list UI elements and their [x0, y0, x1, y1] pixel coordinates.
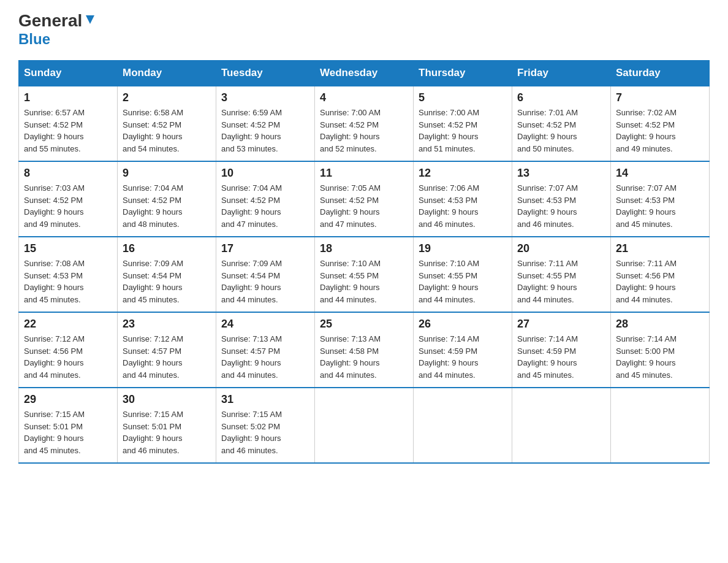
week-row-4: 22 Sunrise: 7:12 AM Sunset: 4:56 PM Dayl… [19, 312, 710, 388]
day-number: 22 [24, 318, 112, 331]
day-number: 14 [616, 167, 704, 180]
calendar-cell: 29 Sunrise: 7:15 AM Sunset: 5:01 PM Dayl… [19, 388, 118, 463]
day-number: 2 [123, 91, 211, 104]
calendar-cell: 22 Sunrise: 7:12 AM Sunset: 4:56 PM Dayl… [19, 312, 118, 388]
day-info: Sunrise: 7:10 AM Sunset: 4:55 PM Dayligh… [419, 258, 507, 305]
calendar-cell: 2 Sunrise: 6:58 AM Sunset: 4:52 PM Dayli… [118, 86, 216, 161]
day-number: 25 [320, 318, 408, 331]
day-info: Sunrise: 7:11 AM Sunset: 4:55 PM Dayligh… [517, 258, 605, 305]
calendar-cell: 11 Sunrise: 7:05 AM Sunset: 4:52 PM Dayl… [315, 161, 414, 237]
day-number: 8 [24, 167, 112, 180]
week-row-2: 8 Sunrise: 7:03 AM Sunset: 4:52 PM Dayli… [19, 161, 710, 237]
calendar-cell: 18 Sunrise: 7:10 AM Sunset: 4:55 PM Dayl… [315, 237, 414, 312]
calendar-cell: 3 Sunrise: 6:59 AM Sunset: 4:52 PM Dayli… [216, 86, 315, 161]
calendar-cell: 7 Sunrise: 7:02 AM Sunset: 4:52 PM Dayli… [611, 86, 710, 161]
day-info: Sunrise: 7:04 AM Sunset: 4:52 PM Dayligh… [221, 182, 309, 230]
day-number: 24 [221, 318, 309, 331]
day-number: 7 [616, 91, 704, 104]
calendar-cell: 1 Sunrise: 6:57 AM Sunset: 4:52 PM Dayli… [19, 86, 118, 161]
day-info: Sunrise: 7:11 AM Sunset: 4:56 PM Dayligh… [616, 258, 704, 305]
calendar-cell: 12 Sunrise: 7:06 AM Sunset: 4:53 PM Dayl… [414, 161, 512, 237]
day-info: Sunrise: 7:06 AM Sunset: 4:53 PM Dayligh… [419, 182, 507, 230]
calendar-cell: 9 Sunrise: 7:04 AM Sunset: 4:52 PM Dayli… [118, 161, 216, 237]
calendar-cell: 16 Sunrise: 7:09 AM Sunset: 4:54 PM Dayl… [118, 237, 216, 312]
day-number: 13 [517, 167, 605, 180]
calendar-cell [414, 388, 512, 463]
day-info: Sunrise: 7:14 AM Sunset: 4:59 PM Dayligh… [419, 333, 507, 381]
day-number: 19 [419, 242, 507, 255]
day-info: Sunrise: 7:14 AM Sunset: 4:59 PM Dayligh… [517, 333, 605, 381]
day-info: Sunrise: 7:15 AM Sunset: 5:01 PM Dayligh… [123, 408, 211, 456]
day-info: Sunrise: 7:09 AM Sunset: 4:54 PM Dayligh… [123, 258, 211, 305]
calendar-cell: 28 Sunrise: 7:14 AM Sunset: 5:00 PM Dayl… [611, 312, 710, 388]
weekday-header-row: SundayMondayTuesdayWednesdayThursdayFrid… [19, 61, 710, 86]
calendar-cell: 23 Sunrise: 7:12 AM Sunset: 4:57 PM Dayl… [118, 312, 216, 388]
logo-blue-text: Blue [18, 31, 50, 48]
weekday-header-saturday: Saturday [611, 61, 710, 86]
day-number: 26 [419, 318, 507, 331]
day-number: 21 [616, 242, 704, 255]
calendar-cell: 17 Sunrise: 7:09 AM Sunset: 4:54 PM Dayl… [216, 237, 315, 312]
logo-general-text: General [18, 12, 82, 29]
page-header: General Blue [18, 12, 710, 48]
week-row-3: 15 Sunrise: 7:08 AM Sunset: 4:53 PM Dayl… [19, 237, 710, 312]
weekday-header-sunday: Sunday [19, 61, 118, 86]
calendar-cell: 19 Sunrise: 7:10 AM Sunset: 4:55 PM Dayl… [414, 237, 512, 312]
calendar-cell: 25 Sunrise: 7:13 AM Sunset: 4:58 PM Dayl… [315, 312, 414, 388]
calendar-cell: 21 Sunrise: 7:11 AM Sunset: 4:56 PM Dayl… [611, 237, 710, 312]
day-info: Sunrise: 7:12 AM Sunset: 4:56 PM Dayligh… [24, 333, 112, 381]
calendar-table: SundayMondayTuesdayWednesdayThursdayFrid… [18, 60, 710, 464]
day-number: 12 [419, 167, 507, 180]
weekday-header-wednesday: Wednesday [315, 61, 414, 86]
day-info: Sunrise: 7:08 AM Sunset: 4:53 PM Dayligh… [24, 258, 112, 305]
calendar-cell: 26 Sunrise: 7:14 AM Sunset: 4:59 PM Dayl… [414, 312, 512, 388]
day-info: Sunrise: 7:04 AM Sunset: 4:52 PM Dayligh… [123, 182, 211, 230]
day-number: 11 [320, 167, 408, 180]
calendar-cell: 14 Sunrise: 7:07 AM Sunset: 4:53 PM Dayl… [611, 161, 710, 237]
calendar-cell: 6 Sunrise: 7:01 AM Sunset: 4:52 PM Dayli… [512, 86, 611, 161]
weekday-header-monday: Monday [118, 61, 216, 86]
day-number: 4 [320, 91, 408, 104]
day-info: Sunrise: 7:14 AM Sunset: 5:00 PM Dayligh… [616, 333, 704, 381]
day-number: 6 [517, 91, 605, 104]
day-info: Sunrise: 7:13 AM Sunset: 4:58 PM Dayligh… [320, 333, 408, 381]
day-info: Sunrise: 7:07 AM Sunset: 4:53 PM Dayligh… [517, 182, 605, 230]
day-number: 28 [616, 318, 704, 331]
calendar-cell: 13 Sunrise: 7:07 AM Sunset: 4:53 PM Dayl… [512, 161, 611, 237]
day-info: Sunrise: 7:13 AM Sunset: 4:57 PM Dayligh… [221, 333, 309, 381]
weekday-header-friday: Friday [512, 61, 611, 86]
svg-marker-0 [86, 15, 94, 24]
day-info: Sunrise: 7:05 AM Sunset: 4:52 PM Dayligh… [320, 182, 408, 230]
day-number: 9 [123, 167, 211, 180]
day-number: 20 [517, 242, 605, 255]
day-info: Sunrise: 7:12 AM Sunset: 4:57 PM Dayligh… [123, 333, 211, 381]
day-info: Sunrise: 7:01 AM Sunset: 4:52 PM Dayligh… [517, 107, 605, 155]
calendar-cell [611, 388, 710, 463]
day-info: Sunrise: 7:10 AM Sunset: 4:55 PM Dayligh… [320, 258, 408, 305]
calendar-cell: 27 Sunrise: 7:14 AM Sunset: 4:59 PM Dayl… [512, 312, 611, 388]
calendar-cell: 5 Sunrise: 7:00 AM Sunset: 4:52 PM Dayli… [414, 86, 512, 161]
day-number: 5 [419, 91, 507, 104]
day-info: Sunrise: 6:59 AM Sunset: 4:52 PM Dayligh… [221, 107, 309, 155]
calendar-cell: 24 Sunrise: 7:13 AM Sunset: 4:57 PM Dayl… [216, 312, 315, 388]
day-info: Sunrise: 6:58 AM Sunset: 4:52 PM Dayligh… [123, 107, 211, 155]
day-info: Sunrise: 7:02 AM Sunset: 4:52 PM Dayligh… [616, 107, 704, 155]
day-info: Sunrise: 7:00 AM Sunset: 4:52 PM Dayligh… [419, 107, 507, 155]
day-number: 10 [221, 167, 309, 180]
calendar-cell: 20 Sunrise: 7:11 AM Sunset: 4:55 PM Dayl… [512, 237, 611, 312]
calendar-cell [512, 388, 611, 463]
calendar-cell: 30 Sunrise: 7:15 AM Sunset: 5:01 PM Dayl… [118, 388, 216, 463]
day-info: Sunrise: 7:15 AM Sunset: 5:01 PM Dayligh… [24, 408, 112, 456]
day-number: 27 [517, 318, 605, 331]
day-number: 16 [123, 242, 211, 255]
day-number: 29 [24, 393, 112, 406]
day-info: Sunrise: 7:15 AM Sunset: 5:02 PM Dayligh… [221, 408, 309, 456]
day-number: 18 [320, 242, 408, 255]
calendar-cell: 4 Sunrise: 7:00 AM Sunset: 4:52 PM Dayli… [315, 86, 414, 161]
weekday-header-thursday: Thursday [414, 61, 512, 86]
day-number: 15 [24, 242, 112, 255]
week-row-5: 29 Sunrise: 7:15 AM Sunset: 5:01 PM Dayl… [19, 388, 710, 463]
calendar-cell: 31 Sunrise: 7:15 AM Sunset: 5:02 PM Dayl… [216, 388, 315, 463]
calendar-cell: 8 Sunrise: 7:03 AM Sunset: 4:52 PM Dayli… [19, 161, 118, 237]
weekday-header-tuesday: Tuesday [216, 61, 315, 86]
